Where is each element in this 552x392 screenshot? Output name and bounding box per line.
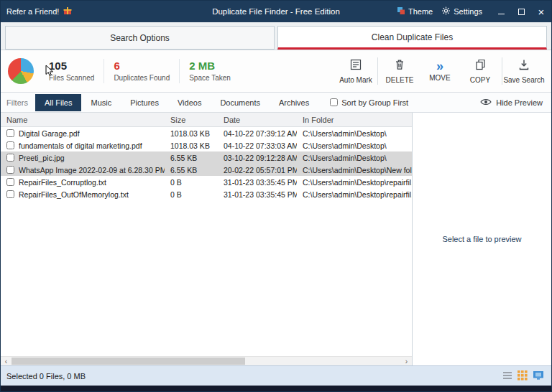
table-row[interactable]: RepairFiles_OutOfMemorylog.txt 0 B 31-01… xyxy=(1,188,412,200)
column-header-in-folder[interactable]: In Folder xyxy=(297,116,412,124)
file-folder: C:\Users\admin\Desktop\ xyxy=(297,154,412,162)
space-taken-value: 2 MB xyxy=(189,60,231,72)
filter-tab-archives[interactable]: Archives xyxy=(270,94,318,111)
save-search-label: Save Search xyxy=(503,76,544,84)
delete-label: DELETE xyxy=(386,76,414,84)
move-label: MOVE xyxy=(429,74,450,82)
filter-tab-pictures[interactable]: Pictures xyxy=(121,94,168,111)
files-scanned-label: Files Scanned xyxy=(49,74,94,82)
row-checkbox[interactable] xyxy=(6,154,14,162)
main-tab-bar: Search Options Clean Duplicate Files xyxy=(1,22,551,50)
auto-mark-button[interactable]: Auto Mark xyxy=(336,58,376,84)
tab-clean-duplicate-files[interactable]: Clean Duplicate Files xyxy=(277,26,547,50)
save-search-icon xyxy=(518,58,530,74)
file-name: RepairFiles_Corruptlog.txt xyxy=(19,178,106,187)
file-size: 1018.03 KB xyxy=(165,129,218,138)
auto-mark-icon xyxy=(349,58,362,74)
theme-icon xyxy=(397,6,405,17)
table-body: Digital Garage.pdf 1018.03 KB 04-10-22 0… xyxy=(1,127,412,356)
column-header-size[interactable]: Size xyxy=(165,116,218,124)
copy-button[interactable]: COPY xyxy=(460,58,500,84)
horizontal-scrollbar[interactable]: ‹ › xyxy=(1,356,412,365)
tab-search-options[interactable]: Search Options xyxy=(5,26,275,50)
hide-preview-button[interactable]: Hide Preview xyxy=(480,98,546,108)
row-checkbox[interactable] xyxy=(6,166,14,174)
file-date: 04-10-22 07:39:12 AM xyxy=(218,129,297,138)
filter-tab-music[interactable]: Music xyxy=(81,94,121,111)
files-scanned-value: 105 xyxy=(49,60,94,72)
row-checkbox[interactable] xyxy=(6,190,14,198)
theme-button[interactable]: Theme xyxy=(397,6,433,17)
table-row[interactable]: RepairFiles_Corruptlog.txt 0 B 31-01-23 … xyxy=(1,176,412,188)
divider xyxy=(502,57,502,85)
space-taken-label: Space Taken xyxy=(189,74,231,82)
preview-view-icon[interactable] xyxy=(533,370,544,381)
refer-a-friend-link[interactable]: Refer a Friend! xyxy=(6,7,59,16)
column-header-name[interactable]: Name xyxy=(1,116,165,124)
table-row[interactable]: Preeti_pic.jpg 6.55 KB 03-10-22 09:12:28… xyxy=(1,151,412,164)
scroll-right-button[interactable]: › xyxy=(401,357,412,365)
stat-space-taken: 2 MB Space Taken xyxy=(180,60,240,82)
file-size: 6.55 KB xyxy=(165,154,218,162)
scrollbar-thumb[interactable] xyxy=(12,358,245,365)
table-row[interactable]: WhatsApp Image 2022-02-09 at 6.28.30 PM.… xyxy=(1,164,412,176)
copy-icon xyxy=(474,58,487,74)
stat-files-scanned: 105 Files Scanned xyxy=(40,60,104,82)
filters-label: Filters xyxy=(6,98,28,107)
grid-view-icon[interactable] xyxy=(518,370,528,382)
filter-tab-videos[interactable]: Videos xyxy=(168,94,211,111)
file-date: 03-10-22 09:12:28 AM xyxy=(218,154,297,162)
scrollbar-track[interactable] xyxy=(12,357,401,365)
sort-by-group-first-label: Sort by Group First xyxy=(341,98,408,107)
copy-label: COPY xyxy=(470,76,490,84)
table-header-row: Name Size Date In Folder xyxy=(1,113,412,127)
move-icon: » xyxy=(436,61,443,72)
divider xyxy=(377,57,378,85)
row-checkbox[interactable] xyxy=(6,178,14,186)
column-header-date[interactable]: Date xyxy=(218,116,297,124)
pie-chart-icon xyxy=(8,58,34,84)
duplicates-found-label: Duplicates Found xyxy=(114,74,170,82)
save-search-button[interactable]: Save Search xyxy=(504,58,544,84)
row-checkbox[interactable] xyxy=(6,141,14,149)
file-folder: C:\Users\admin\Desktop\New fol... xyxy=(297,166,412,174)
window-title: Duplicate File Finder - Free Edition xyxy=(159,7,393,16)
list-view-icon[interactable] xyxy=(502,371,512,381)
file-date: 04-10-22 07:33:03 AM xyxy=(218,141,297,150)
close-icon: × xyxy=(538,6,545,17)
selection-summary: Selected 0 Files, 0 MB xyxy=(6,372,86,381)
file-name: WhatsApp Image 2022-02-09 at 6.28.30 PM.… xyxy=(19,166,165,174)
auto-mark-label: Auto Mark xyxy=(339,76,372,84)
status-bar: Selected 0 Files, 0 MB xyxy=(1,365,551,386)
file-folder: C:\Users\admin\Desktop\repairfil... xyxy=(297,178,412,187)
move-button[interactable]: » MOVE xyxy=(420,61,460,82)
close-button[interactable]: × xyxy=(531,1,551,22)
file-date: 31-01-23 03:35:45 PM xyxy=(218,178,297,187)
table-row[interactable]: Digital Garage.pdf 1018.03 KB 04-10-22 0… xyxy=(1,127,412,139)
row-checkbox[interactable] xyxy=(6,129,14,137)
minimize-button[interactable] xyxy=(491,1,511,22)
scroll-left-button[interactable]: ‹ xyxy=(1,357,12,365)
file-folder: C:\Users\admin\Desktop\repairfil... xyxy=(297,190,412,199)
file-folder: C:\Users\admin\Desktop\ xyxy=(297,141,412,150)
maximize-button[interactable] xyxy=(511,1,531,22)
settings-label: Settings xyxy=(454,7,482,16)
settings-button[interactable]: Settings xyxy=(441,6,482,17)
filter-tab-all-files[interactable]: All Files xyxy=(35,94,82,111)
file-size: 0 B xyxy=(165,178,218,187)
sort-by-group-first-checkbox[interactable] xyxy=(330,98,338,106)
file-size: 6.55 KB xyxy=(165,166,218,174)
hide-preview-label: Hide Preview xyxy=(496,98,543,107)
main-area: Name Size Date In Folder Digital Garage.… xyxy=(1,113,551,365)
stat-duplicates-found: 6 Duplicates Found xyxy=(104,60,179,82)
table-row[interactable]: fundamentals of digital marketing.pdf 10… xyxy=(1,139,412,151)
filter-tab-documents[interactable]: Documents xyxy=(211,94,270,111)
file-name: Preeti_pic.jpg xyxy=(19,154,65,162)
file-name: RepairFiles_OutOfMemorylog.txt xyxy=(19,190,129,199)
eye-icon xyxy=(480,98,492,108)
gift-icon xyxy=(63,6,73,17)
theme-label: Theme xyxy=(408,7,433,16)
sort-by-group-first-toggle[interactable]: Sort by Group First xyxy=(330,98,408,107)
settings-icon xyxy=(441,6,451,17)
delete-button[interactable]: DELETE xyxy=(380,58,420,84)
